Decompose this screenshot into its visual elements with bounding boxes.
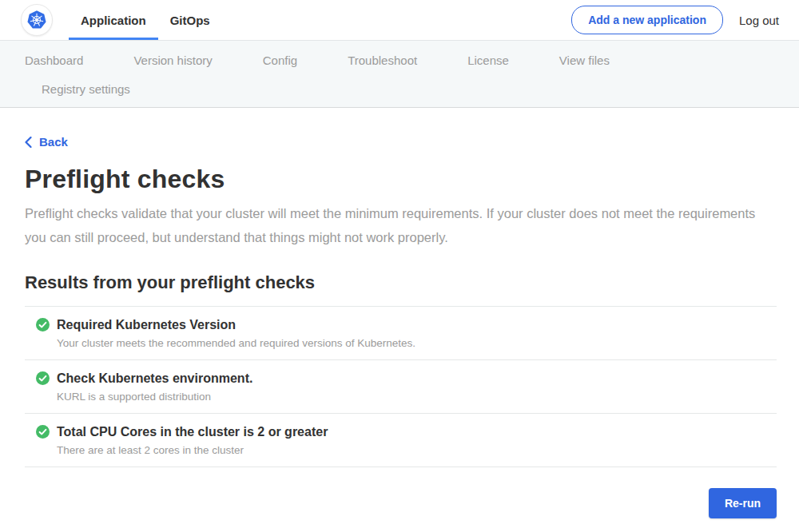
results-heading: Results from your preflight checks [25, 272, 777, 293]
subnav-item-troubleshoot[interactable]: Troubleshoot [348, 53, 417, 69]
page-title: Preflight checks [25, 165, 777, 194]
app-subnav: Dashboard Version history Config Trouble… [0, 40, 799, 108]
kubernetes-logo [21, 4, 53, 36]
subnav-item-registry-settings[interactable]: Registry settings [42, 81, 130, 97]
tab-application[interactable]: Application [69, 0, 158, 40]
page-description: Preflight checks validate that your clus… [25, 201, 768, 249]
chevron-left-icon [25, 137, 32, 148]
check-pass-icon [36, 318, 50, 332]
kubernetes-helm-icon [24, 7, 50, 33]
preflight-results-list: Required Kubernetes Version Your cluster… [25, 306, 777, 467]
result-head: Required Kubernetes Version [36, 318, 777, 332]
result-row-kubernetes-environment: Check Kubernetes environment. KURL is a … [25, 360, 777, 414]
top-tabs: Application GitOps [69, 0, 222, 40]
result-title: Total CPU Cores in the cluster is 2 or g… [57, 425, 328, 439]
back-link[interactable]: Back [25, 135, 68, 149]
subnav-row-1: Dashboard Version history Config Trouble… [25, 53, 799, 69]
result-title: Required Kubernetes Version [57, 318, 236, 332]
subnav-item-view-files[interactable]: View files [559, 53, 610, 69]
top-navbar: Application GitOps Add a new application… [0, 0, 799, 40]
subnav-item-dashboard[interactable]: Dashboard [25, 53, 83, 69]
check-pass-icon [36, 371, 50, 385]
logout-link[interactable]: Log out [739, 14, 779, 27]
result-detail: There are at least 2 cores in the cluste… [57, 444, 777, 456]
rerun-button[interactable]: Re-run [709, 488, 777, 518]
topnav-right: Add a new application Log out [571, 0, 779, 40]
result-detail: Your cluster meets the recommended and r… [57, 337, 777, 349]
subnav-item-config[interactable]: Config [263, 53, 297, 69]
result-head: Total CPU Cores in the cluster is 2 or g… [36, 425, 777, 439]
subnav-row-2: Registry settings [25, 81, 799, 97]
add-new-application-button[interactable]: Add a new application [571, 6, 723, 34]
result-row-kubernetes-version: Required Kubernetes Version Your cluster… [25, 307, 777, 360]
result-head: Check Kubernetes environment. [36, 371, 777, 386]
preflight-checks-page: Back Preflight checks Preflight checks v… [0, 108, 799, 518]
tab-gitops[interactable]: GitOps [158, 0, 222, 40]
subnav-item-license[interactable]: License [467, 53, 509, 69]
result-row-cpu-cores: Total CPU Cores in the cluster is 2 or g… [25, 414, 777, 467]
actions-row: Re-run [25, 488, 777, 518]
result-detail: KURL is a supported distribution [57, 391, 777, 403]
check-pass-icon [36, 425, 50, 439]
result-title: Check Kubernetes environment. [57, 371, 252, 386]
back-label: Back [39, 135, 68, 149]
subnav-item-version-history[interactable]: Version history [133, 53, 212, 69]
